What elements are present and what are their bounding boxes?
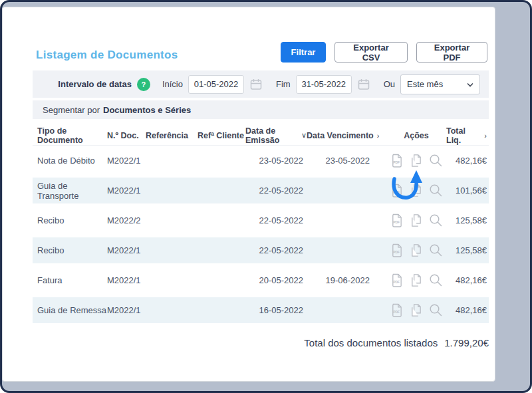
cell-tipo-documento: Recibo <box>33 235 107 265</box>
cell-tipo-documento: Recibo <box>33 205 107 235</box>
column-header-7: Ações <box>386 126 446 145</box>
pdf-icon[interactable]: PDF <box>390 303 403 317</box>
pdf-icon[interactable]: PDF <box>390 213 403 227</box>
cell-data-vencimento <box>307 235 386 265</box>
column-header-5[interactable]: Data de Emissão∨ <box>245 126 307 145</box>
cell-data-vencimento: 23-05-2022 <box>307 146 386 176</box>
row-actions: PDF <box>386 265 446 295</box>
cell-data-emissao: 22-05-2022 <box>245 176 307 205</box>
cell-tipo-documento: Nota de Débito <box>33 146 107 176</box>
or-label: Ou <box>384 79 395 89</box>
table-row: Nota de Débito M2022/1 23-05-2022 23-05-… <box>33 146 489 176</box>
cell-num-doc: M2022/1 <box>107 235 146 265</box>
table-footer: Total dos documentos listados 1.799,20€ <box>33 337 489 348</box>
sort-icon: ∨ <box>301 131 307 140</box>
preset-select[interactable]: Este mês <box>400 74 480 94</box>
cell-total-liq: 125,58€ <box>446 235 489 265</box>
svg-text:PDF: PDF <box>393 251 400 254</box>
cell-ref-cliente <box>198 205 245 235</box>
table-body: Nota de Débito M2022/1 23-05-2022 23-05-… <box>33 146 489 325</box>
column-header-1: Tipo de Documento <box>33 126 107 145</box>
pdf-icon[interactable]: PDF <box>390 154 403 168</box>
export-csv-button[interactable]: Exportar CSV <box>334 42 408 63</box>
sort-icon: › <box>484 132 487 140</box>
cell-ref-cliente <box>198 235 245 265</box>
preset-select-value: Este mês <box>407 79 443 89</box>
cell-data-vencimento <box>307 176 386 205</box>
end-date-label: Fim <box>276 79 291 89</box>
column-header-3: Referência <box>146 126 198 145</box>
search-icon[interactable] <box>429 213 443 227</box>
pdf-icon[interactable]: PDF <box>390 243 403 257</box>
cell-num-doc: M2022/1 <box>107 295 146 325</box>
chevron-down-icon <box>467 79 473 89</box>
copy-icon[interactable] <box>410 303 422 317</box>
column-header-8[interactable]: Total Liq.› <box>446 126 489 145</box>
date-range-bar: Intervalo de datas ? Início Fim Ou Este … <box>33 70 489 98</box>
search-icon[interactable] <box>429 273 443 287</box>
cell-data-vencimento <box>307 295 386 325</box>
end-date-input[interactable] <box>296 75 352 94</box>
cell-referencia <box>146 176 198 205</box>
pdf-icon[interactable]: PDF <box>390 184 403 197</box>
svg-text:PDF: PDF <box>393 221 400 224</box>
cell-num-doc: M2022/2 <box>107 205 146 235</box>
table-row: Guia de Remessa M2022/1 16-05-2022 PDF 4… <box>33 295 489 325</box>
cell-referencia <box>146 265 198 295</box>
start-date-input[interactable] <box>188 75 244 94</box>
pdf-icon[interactable]: PDF <box>390 273 403 287</box>
filter-button[interactable]: Filtrar <box>281 42 326 63</box>
calendar-icon[interactable] <box>249 78 263 91</box>
help-icon[interactable]: ? <box>137 78 150 91</box>
cell-tipo-documento: Guia de Remessa <box>33 295 107 325</box>
search-icon[interactable] <box>429 154 443 168</box>
page-title: Listagem de Documentos <box>36 49 178 62</box>
cell-data-emissao: 20-05-2022 <box>245 265 307 295</box>
search-icon[interactable] <box>429 184 443 197</box>
svg-text:PDF: PDF <box>393 191 400 194</box>
footer-total-value: 1.799,20€ <box>444 337 489 348</box>
table-row: Recibo M2022/1 22-05-2022 PDF 125,58€ <box>33 235 489 265</box>
cell-ref-cliente <box>198 146 245 176</box>
table-row: Guia de Transporte M2022/1 22-05-2022 PD… <box>33 176 489 205</box>
search-icon[interactable] <box>429 243 443 257</box>
date-range-label: Intervalo de datas <box>58 79 132 89</box>
copy-icon[interactable] <box>410 213 422 227</box>
segment-label: Segmentar por <box>43 105 100 115</box>
cell-ref-cliente <box>198 176 245 205</box>
copy-icon[interactable] <box>410 273 422 287</box>
column-header-6[interactable]: Data Vencimento› <box>307 126 386 145</box>
copy-icon[interactable] <box>410 243 422 257</box>
cell-data-emissao: 23-05-2022 <box>245 146 307 176</box>
cell-num-doc: M2022/1 <box>107 176 146 205</box>
export-pdf-button[interactable]: Exportar PDF <box>416 42 487 63</box>
table-row: Recibo M2022/2 22-05-2022 PDF 125,58€ <box>33 205 489 235</box>
search-icon[interactable] <box>429 303 443 317</box>
cell-total-liq: 482,16€ <box>446 265 489 295</box>
documents-table: Tipo de DocumentoN.º Doc.ReferênciaRefª … <box>33 126 489 325</box>
segment-value: Documentos e Séries <box>103 105 191 115</box>
window-frame: Listagem de Documentos Filtrar Exportar … <box>0 0 532 393</box>
calendar-icon[interactable] <box>357 78 370 91</box>
segment-bar: Segmentar por Documentos e Séries <box>33 100 489 119</box>
cell-ref-cliente <box>198 265 245 295</box>
cell-data-vencimento <box>307 205 386 235</box>
copy-icon[interactable] <box>410 154 422 168</box>
content-card: Listagem de Documentos Filtrar Exportar … <box>2 7 495 382</box>
cell-total-liq: 482,16€ <box>446 295 489 325</box>
cell-tipo-documento: Fatura <box>33 265 107 295</box>
sort-icon: › <box>377 132 380 140</box>
footer-total-label: Total dos documentos listados <box>304 337 438 348</box>
row-actions: PDF <box>386 176 446 205</box>
row-actions: PDF <box>386 205 446 235</box>
cell-num-doc: M2022/1 <box>107 265 146 295</box>
cell-tipo-documento: Guia de Transporte <box>33 176 107 205</box>
copy-icon[interactable] <box>410 184 422 197</box>
row-actions: PDF <box>386 146 446 176</box>
cell-referencia <box>146 205 198 235</box>
cell-total-liq: 101,56€ <box>446 176 489 205</box>
cell-num-doc: M2022/1 <box>107 146 146 176</box>
cell-data-emissao: 22-05-2022 <box>245 235 307 265</box>
cell-data-emissao: 22-05-2022 <box>245 205 307 235</box>
table-header: Tipo de DocumentoN.º Doc.ReferênciaRefª … <box>33 126 489 146</box>
